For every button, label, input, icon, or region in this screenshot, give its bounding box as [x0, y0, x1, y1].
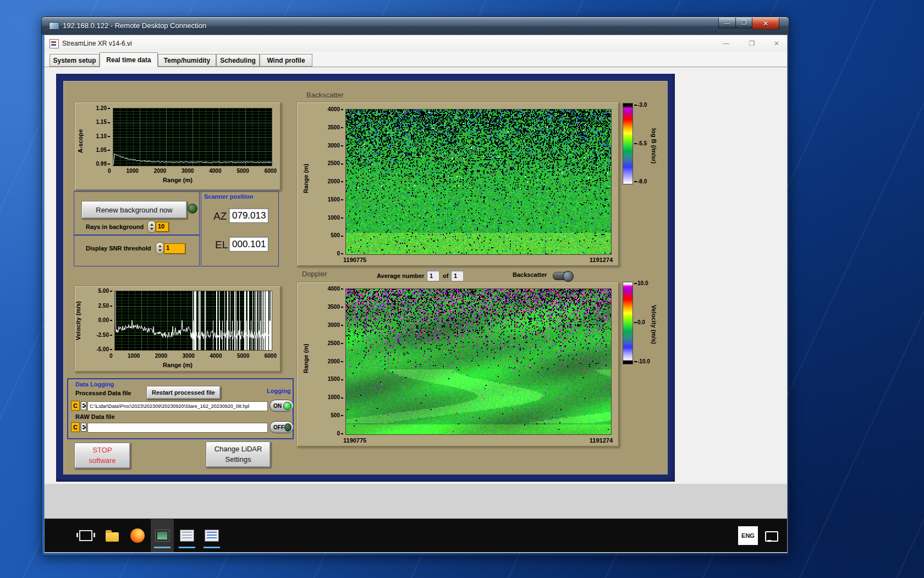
off-label: OFF	[273, 424, 284, 430]
processed-browse-icon[interactable]	[81, 401, 86, 410]
tick-label: 5000	[237, 353, 249, 359]
rays-in-background-label: Rays in background	[86, 223, 144, 230]
tab-system-setup[interactable]: System setup	[50, 54, 100, 67]
tick-label: 1.15	[96, 119, 110, 125]
rays-spinner[interactable]	[147, 221, 156, 233]
snr-value-field[interactable]: 1	[164, 243, 185, 254]
firefox-button[interactable]	[126, 519, 149, 552]
on-label: ON	[273, 403, 282, 409]
tick-label: -5.5	[634, 140, 647, 146]
velocity-graph: 5.002.500.00-2.50-5.00 Velocity (m/s) 01…	[74, 286, 281, 372]
action-center-icon[interactable]	[765, 531, 778, 542]
processed-drive-selector[interactable]: C	[71, 401, 80, 411]
app-titlebar[interactable]: StreamLine XR v14-6.vi — ❐ ✕	[45, 35, 787, 52]
data-logging-box: Data Logging Processed Data file Restart…	[67, 378, 294, 439]
scan-scheduler-button[interactable]	[175, 519, 199, 552]
doppler-colorbar-label: Velocity (m/s)	[651, 291, 657, 357]
background-controls-box: Renew background now Rays in background …	[74, 191, 200, 236]
rays-value-field[interactable]: 10	[156, 222, 169, 232]
doppler-x-start: 1190775	[343, 437, 366, 444]
task-view-button[interactable]	[74, 519, 97, 552]
active-app-button[interactable]	[151, 519, 174, 552]
doppler-heatmap-canvas	[345, 288, 612, 435]
tick-label: 3500	[328, 124, 343, 130]
az-label: AZ	[213, 210, 227, 222]
tick-label: 5.00	[98, 288, 112, 294]
backscatter-colorbar-label: log B (/m/sr)	[651, 113, 657, 179]
tab-real-time-data[interactable]: Real time data	[100, 52, 158, 67]
raw-data-file-label: RAW Data file	[75, 413, 115, 420]
tick-label: 1.10	[96, 133, 110, 139]
close-button[interactable]: ✕	[752, 18, 779, 30]
doppler-colorbar	[623, 282, 633, 364]
snr-threshold-label: Display SNR threshold	[86, 245, 151, 252]
tick-label: -2.50	[96, 332, 112, 338]
app-restore-button[interactable]: ❐	[744, 38, 760, 49]
scanner-position-box: Scanner position AZ 079.013 EL 000.101	[201, 191, 279, 266]
backscatter-graph: 40003500300025002000150010005000 Range (…	[296, 102, 619, 266]
app-content: 1.201.151.101.050.99 A-scope 01000200030…	[45, 67, 787, 484]
raw-browse-icon[interactable]	[81, 423, 86, 432]
tab-temp-humidity[interactable]: Temp/humidity	[158, 54, 216, 67]
renew-status-led-icon	[188, 204, 197, 214]
restart-processed-file-button[interactable]: Restart processed file	[146, 386, 221, 399]
scan-scheduler-window-icon	[180, 530, 194, 542]
tick-label: 6000	[265, 168, 277, 174]
app-window: StreamLine XR v14-6.vi — ❐ ✕ System setu…	[45, 35, 787, 484]
processed-logging-toggle[interactable]: ON	[270, 400, 294, 412]
tick-label: 1.20	[96, 105, 110, 111]
tab-wind-profile[interactable]: Wind profile	[260, 54, 312, 67]
app-minimize-button[interactable]: —	[718, 38, 734, 49]
tick-label: 0	[337, 430, 343, 437]
ascope-x-label: Range (m)	[75, 177, 280, 183]
doppler-colorbar-ticks: 10.00.0-10.0	[634, 280, 664, 364]
doppler-y-axis: 40003500300025002000150010005000	[318, 286, 343, 437]
tick-label: 0.99	[96, 161, 110, 167]
tick-label: 2000	[328, 178, 343, 184]
change-line2: Settings	[226, 455, 251, 465]
minimize-button[interactable]: —	[718, 18, 736, 29]
app-close-button[interactable]: ✕	[769, 38, 784, 49]
tick-label: -10.0	[634, 358, 650, 364]
firefox-icon	[130, 528, 145, 543]
rdp-titlebar[interactable]: 192.168.0.122 - Remote Desktop Connectio…	[42, 17, 789, 35]
snr-spinner[interactable]	[156, 242, 164, 254]
schedule-table-button[interactable]	[200, 519, 223, 552]
raw-drive-selector[interactable]: C	[71, 422, 80, 432]
logging-on-led-icon	[283, 402, 292, 410]
tick-label: 3000	[328, 143, 343, 149]
raw-path-field[interactable]	[87, 423, 268, 433]
stop-software-button[interactable]: STOP software	[74, 443, 130, 468]
el-value-field: 000.101	[229, 237, 268, 252]
velocity-y-axis: 5.002.500.00-2.50-5.00	[80, 288, 112, 352]
tick-label: 2500	[328, 160, 343, 166]
renew-background-button[interactable]: Renew background now	[81, 201, 187, 219]
file-explorer-button[interactable]	[101, 519, 124, 552]
change-line1: Change LiDAR	[215, 444, 262, 454]
average-number-field[interactable]: 1	[426, 270, 439, 281]
doppler-x-end: 1191274	[590, 437, 613, 444]
tab-scheduling[interactable]: Scheduling	[216, 54, 260, 67]
tick-label: 0	[109, 353, 113, 359]
az-value-field: 079.013	[229, 208, 268, 223]
average-count-field[interactable]: 1	[450, 270, 464, 281]
change-lidar-settings-button[interactable]: Change LiDAR Settings	[206, 441, 271, 467]
tick-label: 2500	[328, 340, 343, 346]
of-label: of	[443, 272, 448, 279]
processed-path-field[interactable]: C:\Lidar\Data\Proc\2023\202309\20230920\…	[87, 401, 268, 411]
backscatter-y-label: Range (m)	[302, 156, 309, 200]
raw-logging-toggle[interactable]: OFF	[270, 421, 294, 433]
tick-label: -3.0	[634, 102, 647, 108]
maximize-button[interactable]: ❐	[735, 18, 752, 29]
tick-label: 1000	[128, 353, 140, 359]
backscatter-heatmap-canvas	[345, 109, 612, 255]
logging-label: Logging	[267, 388, 290, 394]
language-indicator[interactable]: ENG	[738, 526, 758, 545]
remote-session-area: StreamLine XR v14-6.vi — ❐ ✕ System setu…	[44, 35, 788, 553]
tick-label: -8.0	[634, 178, 647, 184]
tick-label: -5.00	[96, 346, 112, 352]
backscatter-toggle-switch[interactable]	[553, 272, 573, 280]
velocity-x-label: Range (m)	[75, 362, 280, 368]
tick-label: 1500	[328, 197, 343, 203]
tick-label: 4000	[328, 286, 343, 292]
